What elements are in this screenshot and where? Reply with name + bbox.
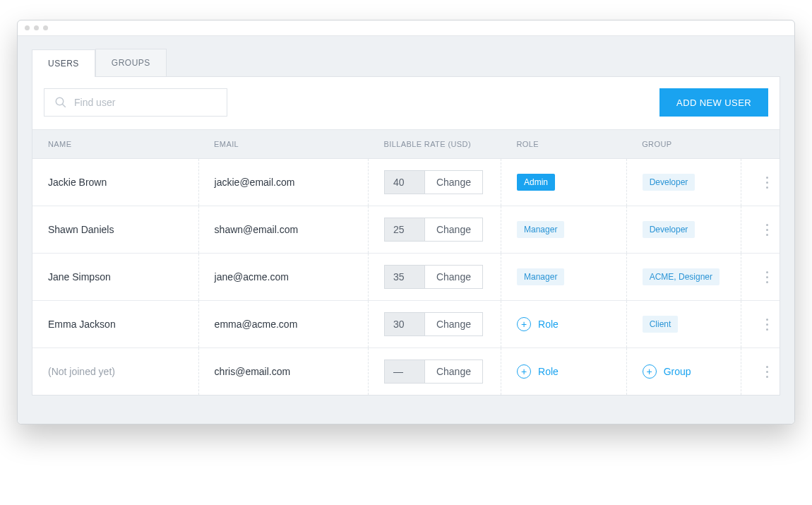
plus-icon: + [517,364,531,379]
add-group-label: Group [664,366,691,377]
cell-name: Emma Jackson [32,301,198,348]
tab-users[interactable]: USERS [32,49,95,77]
group-badge[interactable]: Developer [643,221,695,238]
role-badge[interactable]: Admin [517,174,555,191]
traffic-light-icon [25,25,30,30]
cell-actions [741,159,780,206]
row-actions-menu[interactable] [757,172,778,193]
user-email: shawn@email.com [215,224,298,235]
user-name: (Not joined yet) [48,366,115,377]
column-header-group: GROUP [626,130,741,159]
row-actions-menu[interactable] [757,314,778,335]
cell-role: Manager [501,254,627,301]
search-box[interactable] [44,88,227,117]
user-email: jane@acme.com [215,271,289,283]
cell-name: (Not joined yet) [32,348,198,396]
add-role-label: Role [538,366,559,377]
cell-email: chris@email.com [198,348,368,396]
tab-groups[interactable]: GROUPS [95,49,167,76]
search-icon [54,96,67,109]
cell-group: ACME, Designer [626,254,741,301]
cell-name: Jane Simpson [32,254,198,301]
cell-role: +Role [501,348,627,396]
add-role-button[interactable]: +Role [517,364,559,379]
row-actions-menu[interactable] [757,266,778,287]
table-row: Emma Jacksonemma@acme.com30Change+RoleCl… [32,301,780,348]
cell-group: Client [626,301,741,348]
user-name: Emma Jackson [48,319,116,330]
column-header-email: EMAIL [198,130,368,159]
user-name: Jane Simpson [48,271,111,283]
user-name: Shawn Daniels [48,224,114,235]
cell-role: +Role [501,301,627,348]
row-actions-menu[interactable] [757,219,778,240]
user-name: Jackie Brown [48,177,107,188]
cell-group: Developer [626,159,741,206]
plus-icon: + [517,317,531,331]
cell-group: Developer [626,206,741,254]
rate-value: 30 [385,313,424,335]
panel-toolbar: ADD NEW USER [32,88,780,129]
cell-rate: 30Change [368,301,501,348]
group-badge[interactable]: Client [643,316,679,333]
svg-point-0 [56,97,64,105]
change-rate-button[interactable]: Change [424,171,482,194]
column-header-rate: BILLABLE RATE (USD) [368,130,501,159]
rate-value: 35 [385,266,424,288]
add-user-button[interactable]: ADD NEW USER [659,88,768,117]
table-row: Jackie Brownjackie@email.com40ChangeAdmi… [32,159,780,206]
add-role-label: Role [538,319,559,330]
tab-bar: USERS GROUPS [32,49,780,76]
change-rate-button[interactable]: Change [424,266,482,288]
traffic-light-icon [43,25,48,30]
plus-icon: + [643,364,657,379]
change-rate-button[interactable]: Change [424,360,482,383]
cell-rate: 25Change [368,206,501,254]
cell-actions [741,348,780,396]
cell-actions [741,206,780,254]
rate-control: —Change [384,360,483,384]
cell-email: emma@acme.com [198,301,368,348]
change-rate-button[interactable]: Change [424,313,482,335]
traffic-light-icon [34,25,39,30]
table-row: Shawn Danielsshawn@email.com25ChangeMana… [32,206,780,254]
rate-value: 40 [385,171,424,194]
column-header-name: NAME [32,130,198,159]
cell-role: Manager [501,206,627,254]
search-input[interactable] [74,97,227,108]
cell-group: +Group [626,348,741,396]
app-window: USERS GROUPS ADD NEW USER NA [17,20,795,424]
cell-actions [741,301,780,348]
cell-role: Admin [501,159,627,206]
cell-rate: 40Change [368,159,501,206]
table-row: (Not joined yet)chris@email.com—Change+R… [32,348,780,396]
cell-rate: —Change [368,348,501,396]
row-actions-menu[interactable] [757,361,778,382]
svg-line-1 [62,104,66,107]
add-role-button[interactable]: +Role [517,317,559,331]
column-header-role: ROLE [501,130,627,159]
table-row: Jane Simpsonjane@acme.com35ChangeManager… [32,254,780,301]
cell-email: jackie@email.com [198,159,368,206]
cell-email: jane@acme.com [198,254,368,301]
users-panel: ADD NEW USER NAME EMAIL BILLABLE RATE (U… [32,76,780,396]
app-body: USERS GROUPS ADD NEW USER NA [18,36,794,424]
rate-control: 25Change [384,218,483,242]
user-email: jackie@email.com [215,177,295,188]
cell-actions [741,254,780,301]
cell-name: Shawn Daniels [32,206,198,254]
rate-control: 35Change [384,265,483,289]
add-group-button[interactable]: +Group [643,364,691,379]
column-header-actions [741,130,780,159]
cell-email: shawn@email.com [198,206,368,254]
group-badge[interactable]: ACME, Designer [643,268,720,285]
user-email: emma@acme.com [215,319,298,330]
role-badge[interactable]: Manager [517,221,564,238]
role-badge[interactable]: Manager [517,268,564,285]
group-badge[interactable]: Developer [643,174,695,191]
change-rate-button[interactable]: Change [424,218,482,241]
rate-value: 25 [385,218,424,241]
user-email: chris@email.com [215,366,291,377]
rate-control: 30Change [384,312,483,336]
users-table: NAME EMAIL BILLABLE RATE (USD) ROLE GROU… [32,129,780,395]
